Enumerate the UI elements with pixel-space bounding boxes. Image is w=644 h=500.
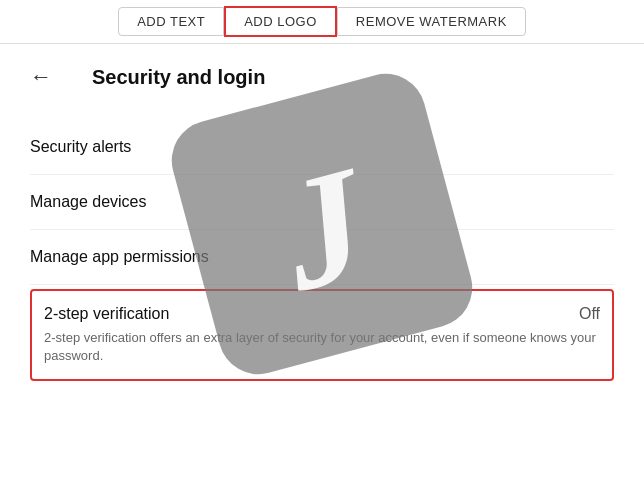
two-step-value: Off [579,305,600,323]
security-alerts-label: Security alerts [30,138,131,155]
manage-devices-item[interactable]: Manage devices [30,175,614,230]
main-content: ← Security and login Security alerts Man… [0,44,644,500]
settings-header: ← Security and login [30,64,614,90]
manage-app-permissions-item[interactable]: Manage app permissions [30,230,614,285]
toolbar: ADD TEXT ADD LOGO REMOVE WATERMARK [0,0,644,44]
security-alerts-item[interactable]: Security alerts [30,120,614,175]
manage-devices-label: Manage devices [30,193,147,210]
add-text-button[interactable]: ADD TEXT [118,7,224,36]
page-title: Security and login [92,66,265,89]
remove-watermark-button[interactable]: REMOVE WATERMARK [337,7,526,36]
manage-app-permissions-label: Manage app permissions [30,248,209,265]
two-step-description: 2-step verification offers an extra laye… [44,329,600,365]
back-button[interactable]: ← [30,64,52,90]
two-step-row: 2-step verification Off [44,305,600,323]
two-step-verification-item[interactable]: 2-step verification Off 2-step verificat… [30,289,614,381]
add-logo-button[interactable]: ADD LOGO [224,6,337,37]
two-step-title: 2-step verification [44,305,169,323]
settings-page: ← Security and login Security alerts Man… [0,44,644,401]
